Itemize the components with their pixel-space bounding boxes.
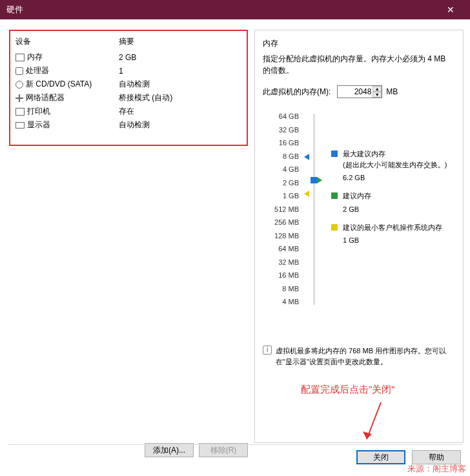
scale-labels: 64 GB 32 GB 16 GB 8 GB 4 GB 2 GB 1 GB 51…	[263, 110, 299, 309]
memory-unit: MB	[386, 87, 398, 96]
table-row[interactable]: 新 CD/DVD (SATA) 自动检测	[15, 78, 241, 91]
max-value: 6.2 GB	[343, 174, 455, 181]
recommended-marker-icon	[317, 177, 322, 183]
graphics-memory-note: i 虚拟机最多将此内存的 768 MB 用作图形内存。您可以在"显示器"设置页面…	[263, 346, 455, 367]
legend-yellow-icon	[331, 224, 338, 231]
device-table: 设备 摘要 内存 2 GB 处理器 1 新 CD/DVD (SATA) 自动检测…	[9, 30, 248, 146]
min-value: 1 GB	[343, 236, 455, 244]
table-row[interactable]: 内存 2 GB	[15, 50, 241, 64]
table-row[interactable]: 打印机 存在	[15, 105, 241, 118]
memory-legend: 最大建议内存 (超出此大小可能发生内存交换。) 6.2 GB 建议内存 2 GB…	[331, 110, 455, 309]
memory-slider[interactable]	[305, 110, 325, 309]
network-icon	[15, 94, 23, 102]
memory-input-label: 此虚拟机的内存(M):	[263, 87, 331, 98]
watermark: 来源：阁主博客	[407, 463, 466, 475]
add-button[interactable]: 添加(A)...	[145, 443, 194, 457]
current-marker-icon[interactable]	[311, 177, 317, 183]
arrow-icon	[355, 399, 394, 451]
annotation-text: 配置完成后点击"关闭"	[301, 384, 395, 396]
spinner-buttons[interactable]: ▲▼	[373, 86, 382, 98]
footer-divider	[8, 444, 462, 445]
table-row[interactable]: 网络适配器 桥接模式 (自动)	[15, 91, 241, 105]
header-summary: 摘要	[119, 36, 134, 47]
device-list-pane: 设备 摘要 内存 2 GB 处理器 1 新 CD/DVD (SATA) 自动检测…	[9, 30, 248, 457]
table-row[interactable]: 显示器 自动检测	[15, 118, 241, 132]
legend-blue-icon	[331, 150, 338, 157]
rec-value: 2 GB	[343, 205, 455, 213]
max-marker-icon	[304, 154, 309, 160]
disc-icon	[15, 81, 23, 88]
memory-scale: 64 GB 32 GB 16 GB 8 GB 4 GB 2 GB 1 GB 51…	[263, 110, 455, 309]
legend-green-icon	[331, 192, 338, 199]
info-icon: i	[263, 346, 272, 355]
monitor-icon	[15, 122, 25, 129]
memory-icon	[15, 54, 25, 61]
header-device: 设备	[15, 36, 119, 47]
help-button[interactable]: 帮助	[412, 450, 461, 464]
close-button[interactable]: 关闭	[356, 450, 405, 464]
memory-settings-pane: 内存 指定分配给此虚拟机的内存量。内存大小必须为 4 MB 的倍数。 此虚拟机的…	[254, 30, 464, 443]
close-icon[interactable]: ✕	[438, 0, 464, 19]
remove-button: 移除(R)	[199, 443, 248, 457]
svg-marker-1	[363, 431, 372, 439]
memory-title: 内存	[263, 38, 455, 49]
cpu-icon	[15, 67, 23, 75]
window-title: 硬件	[6, 4, 23, 16]
printer-icon	[15, 108, 25, 116]
titlebar: 硬件 ✕	[0, 0, 470, 19]
table-row[interactable]: 处理器 1	[15, 64, 241, 78]
min-marker-icon	[304, 191, 309, 197]
memory-description: 指定分配给此虚拟机的内存量。内存大小必须为 4 MB 的倍数。	[263, 53, 455, 76]
device-table-header: 设备 摘要	[15, 35, 241, 50]
